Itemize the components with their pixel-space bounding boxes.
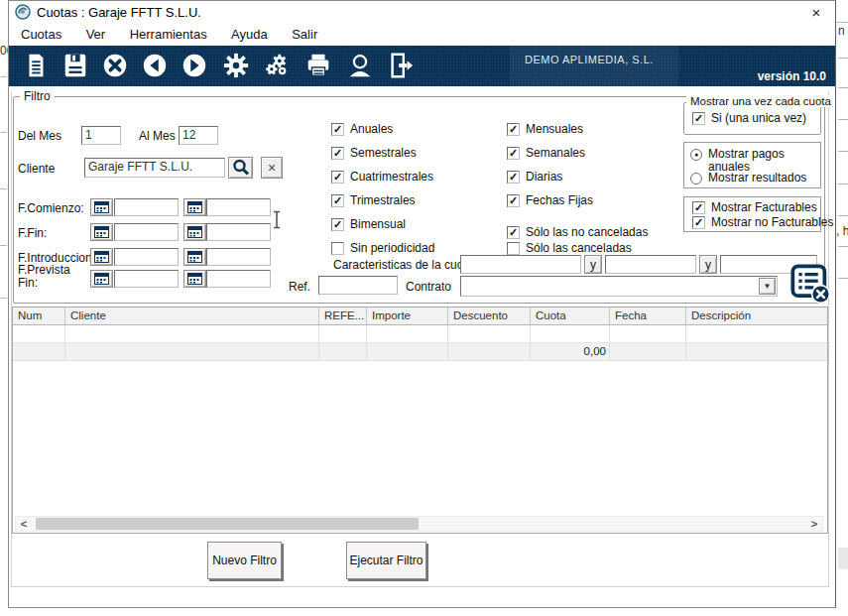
background-line [838,278,848,279]
al-mes-label: Al Mes [139,129,176,143]
checkbox-fechas-fijas[interactable]: ✓ Fechas Fijas [507,193,593,207]
caracteristica-input-2[interactable] [605,255,696,274]
cancel-icon[interactable] [101,52,129,79]
column-header-fecha[interactable]: Fecha [610,308,686,324]
fintroduccion-to-calendar-button[interactable] [183,248,206,266]
app-icon [15,4,31,20]
column-header-refe[interactable]: REFE... [319,308,367,324]
scroll-right-arrow[interactable]: > [806,517,822,531]
back-icon[interactable] [141,52,169,79]
fintroduccion-from-input[interactable] [114,248,179,266]
menu-salir[interactable]: Salir [282,24,327,42]
fprevista-to-calendar-button[interactable] [183,270,206,288]
radio-mark: ● [690,149,702,161]
checkbox-label: Semanales [526,146,585,160]
save-icon[interactable] [61,52,89,79]
cliente-search-button[interactable] [228,157,253,179]
title-bar[interactable]: Cuotas : Garaje FFTT S.L.U. × [9,1,835,24]
column-header-cuota[interactable]: Cuota [531,308,610,324]
table-row[interactable] [13,325,827,343]
checkbox-sin-periodicidad[interactable]: Sin periodicidad [331,241,434,255]
checkbox-solo-no-canceladas[interactable]: ✓ Sólo las no canceladas [507,225,648,239]
checkbox-mark: ✓ [331,147,344,160]
fcomienzo-from-calendar-button[interactable] [90,198,113,216]
radio-mark [690,173,702,185]
menu-cuotas[interactable]: Cuotas [11,24,71,42]
ffin-from-input[interactable] [114,223,179,241]
ejecutar-filtro-button[interactable]: Ejecutar Filtro [346,542,426,579]
checkbox-diarias[interactable]: ✓ Diarias [507,170,562,184]
checkbox-semestrales[interactable]: ✓ Semestrales [331,146,417,160]
background-line [0,188,7,189]
scroll-left-arrow[interactable]: < [16,517,32,531]
al-mes-input[interactable]: 12 [179,126,218,145]
checkbox-label: Cuatrimestrales [350,170,433,184]
ffin-to-input[interactable] [206,223,271,241]
exit-icon[interactable] [387,52,415,79]
checkbox-mostrar-no-facturables[interactable]: ✓ Mostrar no Facturables [692,215,833,229]
radio-mostrar-resultados[interactable]: Mostrar resultados [690,172,806,185]
cell [367,325,448,342]
document-icon[interactable] [22,52,50,79]
clear-list-icon[interactable] [789,263,831,305]
cliente-input[interactable]: Garaje FFTT S.L.U. [84,158,225,178]
checkbox-solo-canceladas[interactable]: Sólo las canceladas [507,241,632,255]
checkbox-bimensual[interactable]: ✓ Bimensual [331,217,406,231]
horizontal-scrollbar[interactable]: < > [15,516,823,532]
checkbox-mostrar-facturables[interactable]: ✓ Mostrar Facturables [692,200,817,214]
column-header-num[interactable]: Num [13,308,65,324]
checkbox-label: Sólo las canceladas [526,241,632,255]
column-header-importe[interactable]: Importe [367,308,448,324]
contrato-dropdown-button[interactable]: ▼ [759,278,776,295]
table-row[interactable]: 0,00 [13,343,827,361]
menu-herramientas[interactable]: Herramientas [120,24,217,42]
print-icon[interactable] [304,52,332,79]
brand-box [510,46,678,86]
fprevista-from-input[interactable] [114,270,179,288]
process-gears-icon[interactable] [263,52,291,79]
column-header-cliente[interactable]: Cliente [65,308,319,324]
checkbox-mensuales[interactable]: ✓ Mensuales [507,122,583,136]
y-button-2[interactable]: y [699,255,717,274]
fprevista-from-calendar-button[interactable] [90,270,113,288]
checkbox-label: Semestrales [350,146,417,160]
checkbox-label: Mostrar no Facturables [711,215,833,229]
cliente-clear-button[interactable]: × [261,157,283,179]
checkbox-anuales[interactable]: ✓ Anuales [331,122,393,136]
fcomienzo-to-input[interactable] [206,198,271,216]
fintroduccion-to-input[interactable] [206,248,271,266]
background-line [0,132,7,133]
user-support-icon[interactable] [346,52,374,79]
caracteristica-input-1[interactable] [460,255,581,274]
checkbox-trimestrales[interactable]: ✓ Trimestrales [331,193,416,207]
text-cursor [272,210,282,229]
close-button[interactable]: × [805,3,827,22]
scrollbar-thumb[interactable] [36,518,419,530]
ref-input[interactable] [318,276,398,295]
checkbox-label: Fechas Fijas [526,193,593,207]
column-header-descuento[interactable]: Descuento [448,308,531,324]
settings-gear-icon[interactable] [222,52,250,79]
fcomienzo-to-calendar-button[interactable] [183,198,206,216]
ffin-to-calendar-button[interactable] [183,223,206,241]
checkbox-cuatrimestrales[interactable]: ✓ Cuatrimestrales [331,170,433,184]
cell [448,343,531,360]
app-window: Cuotas : Garaje FFTT S.L.U. × Cuotas Ver… [8,0,836,608]
fprevista-to-input[interactable] [206,270,271,288]
nuevo-filtro-button[interactable]: Nuevo Filtro [207,542,282,579]
background-fragment-left: 00 [0,44,8,58]
forward-icon[interactable] [181,52,208,79]
fintroduccion-from-calendar-button[interactable] [90,248,113,266]
checkbox-mark: ✓ [692,112,705,125]
menu-ver[interactable]: Ver [76,24,116,42]
checkbox-si-una-unica-vez[interactable]: ✓ Si (una unica vez) [692,111,806,125]
column-header-descripcion[interactable]: Descripción [686,308,827,324]
brand-text: DEMO APLIMEDIA, S.L. [525,54,654,65]
menu-ayuda[interactable]: Ayuda [221,24,278,42]
y-button-1[interactable]: y [584,255,602,274]
ffin-from-calendar-button[interactable] [90,223,113,241]
del-mes-input[interactable]: 1 [81,126,121,145]
contrato-combobox[interactable] [460,276,778,297]
checkbox-semanales[interactable]: ✓ Semanales [507,146,585,160]
fcomienzo-from-input[interactable] [114,198,179,216]
